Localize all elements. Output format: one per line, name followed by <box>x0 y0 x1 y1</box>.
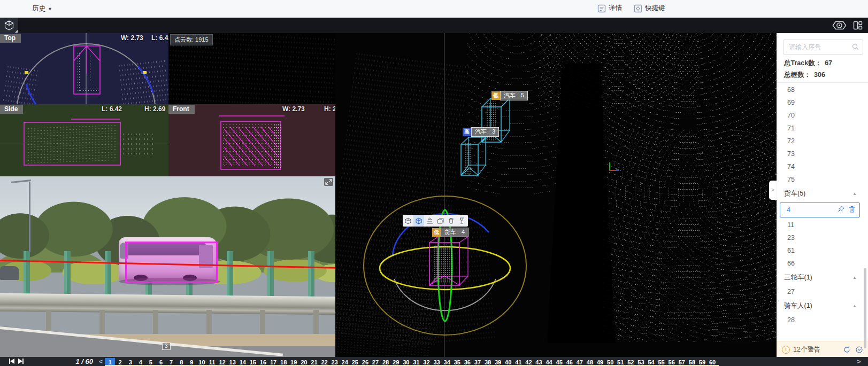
tool-fit-box[interactable] <box>413 215 424 227</box>
track-item[interactable]: 28 <box>777 314 862 325</box>
car-box-3[interactable] <box>459 136 488 178</box>
layout-button[interactable] <box>853 21 863 32</box>
total-boxes-stat: 总框数：306 <box>784 71 825 80</box>
warning-label: 12个警告 <box>793 345 820 354</box>
history-dropdown[interactable]: 历史▼ <box>32 4 52 13</box>
track-group-header[interactable]: 骑车人(1)▲ <box>777 298 862 314</box>
track-item[interactable]: 66 <box>777 257 862 270</box>
shortcuts-label: 快捷键 <box>645 4 665 13</box>
track-item-id: 23 <box>787 234 795 242</box>
skip-end-icon <box>22 359 24 364</box>
skip-start-button[interactable] <box>9 359 14 364</box>
point-cloud-texture <box>2 64 40 104</box>
track-item-id: 69 <box>787 99 795 106</box>
total-tracks-stat: 总Track数：67 <box>784 59 832 68</box>
scrollbar-thumb[interactable] <box>864 268 866 348</box>
track-item[interactable]: 73 <box>777 147 862 160</box>
track-item-id: 66 <box>787 260 795 267</box>
box-label-car-3[interactable]: 高 汽车3 <box>463 127 499 137</box>
track-item[interactable]: 72 <box>777 135 862 147</box>
details-label: 详情 <box>609 4 622 13</box>
track-item[interactable]: 27 <box>777 285 862 298</box>
track-item[interactable]: 70 <box>777 109 862 122</box>
shortcuts-button[interactable]: 快捷键 <box>634 4 665 13</box>
details-icon <box>597 4 606 13</box>
track-group-label: 三轮车(1) <box>784 274 812 281</box>
box-label-truck-4[interactable]: 低 货车4 <box>432 228 468 237</box>
track-item[interactable]: 75 <box>777 173 862 186</box>
warning-bar[interactable]: ! 12个警告 <box>777 341 868 357</box>
track-group-label: 货车(5) <box>784 190 805 197</box>
camera-expand-button[interactable] <box>324 178 333 186</box>
skip-end-icon <box>18 359 22 364</box>
track-sidebar: 总Track数：67 总框数：306 6869707172737475货车(5)… <box>777 33 868 357</box>
point-cloud-texture <box>78 88 99 91</box>
tool-delete[interactable] <box>445 215 456 227</box>
passing-car <box>0 266 19 280</box>
point-cloud-texture <box>613 129 777 343</box>
main-3d-view[interactable]: 低 汽车5 高 汽车3 低 货车4 <box>335 33 777 357</box>
expand-icon <box>325 179 332 185</box>
top-view-panel[interactable]: Top W: 2.73 L: 6.42 <box>0 33 168 104</box>
trash-icon[interactable] <box>849 206 855 213</box>
tool-pin[interactable] <box>456 215 467 227</box>
track-item[interactable]: 68 <box>777 83 862 96</box>
sidebar-collapse-handle[interactable]: > <box>769 181 777 200</box>
object-name-chip: 汽车5 <box>500 91 528 100</box>
skip-end-button[interactable] <box>18 359 24 364</box>
track-group-header[interactable]: 三轮车(1)▲ <box>777 270 862 285</box>
risk-badge: 低 <box>432 228 441 237</box>
details-button[interactable]: 详情 <box>597 4 622 13</box>
search-icon <box>852 43 859 50</box>
track-group-header[interactable]: 货车(5)▲ <box>777 186 862 201</box>
refresh-icon[interactable] <box>843 346 850 353</box>
visibility-button[interactable] <box>832 20 847 33</box>
side-view-panel[interactable]: Side L: 6.42 H: 2.69 <box>0 104 168 176</box>
box-label-car-5[interactable]: 低 汽车5 <box>491 91 528 100</box>
warning-icon: ! <box>782 346 790 354</box>
track-item[interactable]: 4 <box>780 203 860 217</box>
history-label: 历史 <box>32 5 45 12</box>
axis-y <box>616 169 619 171</box>
next-frames-button[interactable]: > <box>857 357 861 365</box>
side-view-height-label: H: 2.69 <box>144 105 165 113</box>
divider <box>777 82 868 83</box>
tool-ground-align[interactable] <box>424 215 435 227</box>
search-box <box>783 40 863 54</box>
prev-frames-button[interactable]: < <box>99 358 103 365</box>
top-view-width-label: W: 2.73 <box>121 34 143 42</box>
tool-view-cube[interactable] <box>403 215 413 227</box>
camera-panel[interactable]: 3 <box>0 176 335 357</box>
cube-tool-button[interactable] <box>0 18 18 33</box>
layout-icon <box>853 21 863 30</box>
tool-flat-box[interactable] <box>435 215 445 227</box>
pin-icon[interactable] <box>838 206 844 213</box>
side-view-length-label: L: 6.42 <box>102 105 122 113</box>
track-item[interactable]: 23 <box>777 231 862 244</box>
track-item-id: 70 <box>787 112 795 119</box>
track-item[interactable]: 61 <box>777 244 862 257</box>
track-item[interactable]: 71 <box>777 122 862 135</box>
tool-ribbon <box>0 18 868 33</box>
top-view-label: Top <box>0 34 21 43</box>
eye-icon <box>832 20 847 30</box>
point-cloud-texture <box>118 59 168 104</box>
object-name-chip: 货车4 <box>441 228 468 237</box>
track-item[interactable]: 69 <box>777 96 862 109</box>
search-input[interactable] <box>788 41 852 53</box>
risk-badge: 高 <box>463 128 471 136</box>
collapse-circle-icon[interactable] <box>856 346 863 353</box>
cloud-count-label: 点云数: 1915 <box>170 34 213 45</box>
frame-number-strip: 1234567891011121314151617181920212223242… <box>105 357 718 365</box>
point-cloud-texture <box>77 51 80 91</box>
point-cloud-texture <box>273 123 281 168</box>
point-cloud-texture <box>465 143 472 174</box>
track-item-id: 75 <box>787 176 795 183</box>
track-item[interactable]: 74 <box>777 160 862 173</box>
axis-z <box>609 162 610 170</box>
annotation-app: 历史▼ 详情 快捷键 <box>0 0 868 366</box>
front-view-panel[interactable]: Front W: 2.73 H: 2.69 <box>168 104 335 176</box>
side-view-label: Side <box>0 105 23 114</box>
frame-timeline: 1 / 60 < 1234567891011121314151617181920… <box>0 357 868 366</box>
track-item[interactable]: 11 <box>777 219 862 231</box>
